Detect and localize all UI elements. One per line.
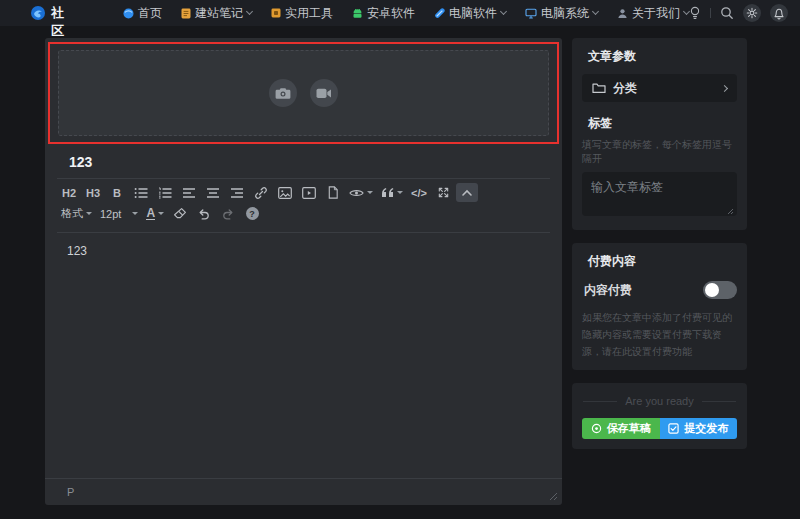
category-select-button[interactable]: 分类 <box>582 74 737 102</box>
bullet-list-icon <box>134 187 148 199</box>
panel-title: 付费内容 <box>582 253 737 270</box>
help-button[interactable]: ? <box>241 204 263 223</box>
save-draft-label: 保存草稿 <box>607 421 651 436</box>
logo-swirl-icon <box>30 5 46 21</box>
vertical-divider <box>710 8 711 18</box>
menu-item-build-notes[interactable]: 建站笔记 <box>181 5 252 22</box>
android-icon <box>352 8 363 19</box>
h2-button[interactable]: H2 <box>58 183 80 202</box>
paid-content-toggle[interactable] <box>703 281 737 299</box>
undo-icon <box>197 208 211 220</box>
paid-content-panel: 付费内容 内容付费 如果您在文章中添加了付费可见的隐藏内容或需要设置付费下载资源… <box>572 243 747 370</box>
bell-icon[interactable] <box>770 4 788 22</box>
toolbar-row-2: 格式 12pt A ? <box>58 203 549 224</box>
align-center-button[interactable] <box>202 183 224 202</box>
insert-link-button[interactable] <box>250 183 272 202</box>
align-left-button[interactable] <box>178 183 200 202</box>
image-icon <box>278 187 292 199</box>
post-editor-panel: H2 H3 B <box>45 38 562 505</box>
redo-button[interactable] <box>217 204 239 223</box>
blockquote-dropdown-button[interactable] <box>378 183 406 202</box>
bulb-icon[interactable] <box>689 6 701 20</box>
align-right-button[interactable] <box>226 183 248 202</box>
category-label: 分类 <box>613 80 637 97</box>
element-path-tag[interactable]: P <box>67 486 74 498</box>
clear-format-button[interactable] <box>169 204 191 223</box>
quote-icon <box>381 187 394 198</box>
checkbox-icon <box>668 423 679 434</box>
file-icon <box>327 186 339 199</box>
menu-item-label: 关于我们 <box>632 5 680 22</box>
menu-item-about-us[interactable]: 关于我们 <box>617 5 689 22</box>
menu-item-home[interactable]: 首页 <box>123 5 162 22</box>
save-draft-button[interactable]: 保存草稿 <box>582 418 660 439</box>
h3-button[interactable]: H3 <box>82 183 104 202</box>
toolbar-row-1: H2 H3 B <box>58 182 549 203</box>
menu-item-label: 建站笔记 <box>195 5 243 22</box>
editor-status-bar: P <box>45 478 562 505</box>
textarea-resize-handle[interactable] <box>727 208 734 215</box>
align-right-icon <box>230 187 244 199</box>
menu-item-label: 首页 <box>138 5 162 22</box>
publish-buttons: 保存草稿 提交发布 <box>582 418 737 439</box>
insert-video-button[interactable] <box>298 183 320 202</box>
format-dropdown[interactable]: 格式 <box>58 204 95 223</box>
cover-upload-dropzone[interactable] <box>58 50 549 136</box>
ready-divider: Are you ready <box>582 395 737 407</box>
chevron-down-icon <box>592 8 599 15</box>
ordered-list-icon <box>158 187 172 199</box>
code-button[interactable]: </> <box>408 183 430 202</box>
upload-video-button[interactable] <box>310 79 338 107</box>
eye-icon <box>349 188 364 198</box>
preview-dropdown-button[interactable] <box>346 183 376 202</box>
navbar-right-actions <box>689 4 788 22</box>
divider-line <box>702 401 736 402</box>
paid-toggle-label: 内容付费 <box>584 282 632 299</box>
tags-input[interactable] <box>582 172 737 216</box>
menu-item-android-software[interactable]: 安卓软件 <box>352 5 415 22</box>
editor-resize-handle[interactable] <box>549 492 558 501</box>
font-color-dropdown[interactable]: A <box>143 204 167 223</box>
paid-description: 如果您在文章中添加了付费可见的隐藏内容或需要设置付费下载资源，请在此设置付费功能 <box>582 309 737 360</box>
chevron-right-icon <box>721 84 728 91</box>
gear-icon[interactable] <box>743 4 761 22</box>
tags-input-wrapper <box>582 172 737 220</box>
editor-toolbar: H2 H3 B <box>45 179 562 225</box>
collapse-toolbar-button[interactable] <box>456 183 478 202</box>
menu-item-pc-software[interactable]: 电脑软件 <box>434 5 506 22</box>
bullet-list-button[interactable] <box>130 183 152 202</box>
pc-system-icon <box>525 8 537 19</box>
insert-file-button[interactable] <box>322 183 344 202</box>
fullscreen-icon <box>437 186 450 199</box>
right-sidebar: 文章参数 分类 标签 填写文章的标签，每个标签用逗号隔开 付费内容 内容付费 如… <box>572 38 747 449</box>
ordered-list-button[interactable] <box>154 183 176 202</box>
main-menu: 首页 建站笔记 实用工具 安卓软件 电脑软件 电脑系统 关于我们 <box>123 5 689 22</box>
divider-line <box>583 401 617 402</box>
video-icon <box>302 187 316 199</box>
target-icon <box>591 423 602 434</box>
chevron-down-icon <box>246 8 253 15</box>
redo-icon <box>221 208 235 220</box>
chevron-down-icon <box>132 212 138 215</box>
question-icon: ? <box>246 207 259 220</box>
insert-image-button[interactable] <box>274 183 296 202</box>
notes-icon <box>181 8 191 19</box>
menu-item-label: 电脑软件 <box>449 5 497 22</box>
editor-content-area[interactable]: 123 <box>45 233 562 478</box>
article-title-input[interactable] <box>67 153 540 171</box>
chevron-down-icon <box>86 212 92 215</box>
bold-button[interactable]: B <box>106 183 128 202</box>
submit-publish-button[interactable]: 提交发布 <box>660 418 738 439</box>
menu-item-tools[interactable]: 实用工具 <box>271 5 333 22</box>
undo-button[interactable] <box>193 204 215 223</box>
upload-image-button[interactable] <box>269 79 297 107</box>
fullscreen-button[interactable] <box>432 183 454 202</box>
chevron-down-icon <box>367 191 373 194</box>
link-icon <box>254 186 268 200</box>
menu-item-pc-system[interactable]: 电脑系统 <box>525 5 598 22</box>
eraser-icon <box>173 207 187 220</box>
font-size-dropdown[interactable]: 12pt <box>97 204 141 223</box>
search-icon[interactable] <box>720 6 734 20</box>
publish-panel: Are you ready 保存草稿 提交发布 <box>572 383 747 449</box>
tags-hint: 填写文章的标签，每个标签用逗号隔开 <box>582 138 737 166</box>
